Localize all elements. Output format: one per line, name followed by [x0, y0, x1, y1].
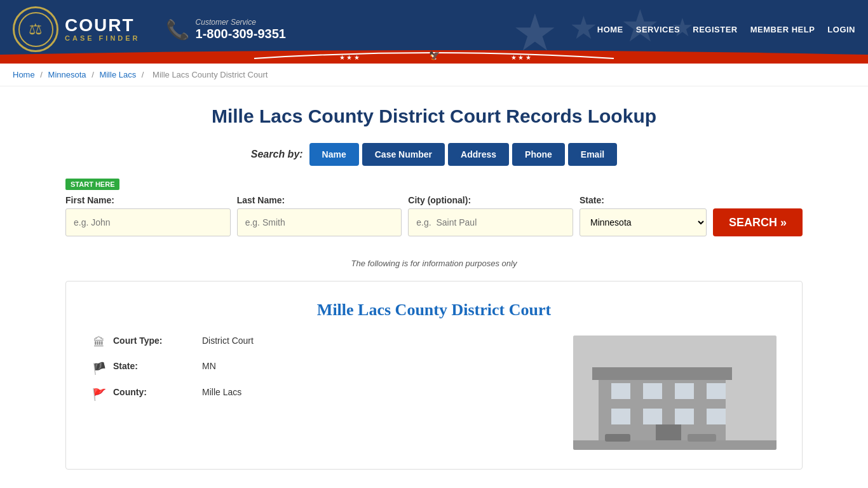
- cs-label: Customer Service: [196, 18, 286, 27]
- cs-phone: 1-800-309-9351: [196, 27, 286, 41]
- first-name-label: First Name:: [65, 195, 231, 205]
- state-row: 🏴 State: MN: [92, 361, 554, 376]
- svg-rect-10: [611, 409, 630, 424]
- court-building-image: [573, 336, 776, 450]
- svg-text:★ ★ ★: ★ ★ ★: [339, 54, 360, 61]
- logo-emblem: ⚖: [18, 12, 53, 47]
- svg-text:🦅: 🦅: [429, 50, 440, 61]
- building-sketch: [573, 336, 776, 450]
- nav-register[interactable]: REGISTER: [693, 25, 737, 34]
- state-label: State:: [580, 195, 707, 205]
- court-card: Mille Lacs County District Court 🏛 Court…: [65, 281, 803, 470]
- court-type-label: Court Type:: [113, 336, 196, 346]
- state-select[interactable]: Minnesota Alabama Alaska Arizona: [580, 208, 707, 236]
- page-title: Mille Lacs County District Court Records…: [65, 105, 803, 127]
- start-here-badge: START HERE: [65, 179, 803, 195]
- tab-name[interactable]: Name: [309, 143, 359, 166]
- svg-rect-7: [643, 383, 662, 399]
- county-icon: 🚩: [92, 388, 107, 402]
- court-type-value: District Court: [202, 336, 254, 346]
- court-card-title: Mille Lacs County District Court: [92, 301, 776, 320]
- state-label-detail: State:: [113, 361, 196, 371]
- nav-member-help[interactable]: MEMBER HELP: [750, 25, 815, 34]
- court-info-details: 🏛 Court Type: District Court 🏴 State: MN…: [92, 336, 554, 450]
- svg-rect-6: [611, 383, 630, 399]
- search-by-label: Search by:: [251, 149, 303, 160]
- last-name-input[interactable]: [237, 208, 402, 236]
- form-row: First Name: Last Name: City (optional): …: [65, 195, 803, 236]
- svg-rect-16: [605, 434, 630, 442]
- search-by-row: Search by: Name Case Number Address Phon…: [65, 143, 803, 166]
- state-value: MN: [202, 361, 216, 371]
- main-content: Mille Lacs County District Court Records…: [53, 93, 815, 482]
- search-button[interactable]: SEARCH »: [713, 208, 803, 236]
- svg-rect-5: [592, 367, 732, 380]
- nav-login[interactable]: LOGIN: [827, 25, 855, 34]
- info-note: The following is for information purpose…: [65, 259, 803, 268]
- svg-rect-8: [675, 383, 694, 399]
- breadcrumb-home[interactable]: Home: [13, 70, 35, 79]
- logo-case-finder-text: CASE FINDER: [65, 34, 140, 42]
- customer-service: 📞 Customer Service 1-800-309-9351: [166, 18, 286, 41]
- last-name-group: Last Name:: [237, 195, 402, 236]
- svg-rect-9: [707, 383, 726, 399]
- building-svg: [573, 336, 776, 450]
- court-type-icon: 🏛: [92, 336, 107, 349]
- cs-text: Customer Service 1-800-309-9351: [196, 18, 286, 41]
- svg-rect-13: [707, 409, 726, 424]
- breadcrumb-minnesota[interactable]: Minnesota: [48, 70, 86, 79]
- breadcrumb-current: Mille Lacs County District Court: [153, 70, 268, 79]
- city-label: City (optional):: [408, 195, 573, 205]
- city-input[interactable]: [408, 208, 573, 236]
- county-row: 🚩 County: Mille Lacs: [92, 387, 554, 402]
- state-icon: 🏴: [92, 362, 107, 376]
- court-info-layout: 🏛 Court Type: District Court 🏴 State: MN…: [92, 336, 776, 450]
- search-form-area: START HERE First Name: Last Name: City (…: [65, 175, 803, 249]
- nav-services[interactable]: SERVICES: [636, 25, 681, 34]
- breadcrumb: Home / Minnesota / Mille Lacs / Mille La…: [0, 64, 868, 86]
- svg-rect-11: [643, 409, 662, 424]
- last-name-label: Last Name:: [237, 195, 402, 205]
- first-name-input[interactable]: [65, 208, 231, 236]
- tab-email[interactable]: Email: [568, 143, 617, 166]
- logo-text: COURT CASE FINDER: [65, 17, 140, 42]
- header-divider: 🦅 ★ ★ ★ ★ ★ ★: [0, 58, 868, 64]
- svg-rect-17: [688, 434, 716, 442]
- state-group: State: Minnesota Alabama Alaska Arizona: [580, 195, 707, 236]
- breadcrumb-sep-3: /: [142, 70, 146, 79]
- tab-phone[interactable]: Phone: [512, 143, 565, 166]
- wave-svg: 🦅 ★ ★ ★ ★ ★ ★: [0, 46, 868, 64]
- tab-address[interactable]: Address: [448, 143, 509, 166]
- first-name-group: First Name:: [65, 195, 231, 236]
- wave-container: 🦅 ★ ★ ★ ★ ★ ★: [0, 46, 868, 64]
- breadcrumb-mille-lacs[interactable]: Mille Lacs: [99, 70, 136, 79]
- logo-court-text: COURT: [65, 17, 140, 34]
- county-label: County:: [113, 387, 196, 397]
- breadcrumb-sep-2: /: [92, 70, 96, 79]
- tab-case-number[interactable]: Case Number: [362, 143, 445, 166]
- svg-rect-15: [573, 440, 776, 450]
- nav-home[interactable]: HOME: [597, 25, 623, 34]
- city-group: City (optional):: [408, 195, 573, 236]
- breadcrumb-sep-1: /: [40, 70, 44, 79]
- phone-icon: 📞: [166, 18, 189, 41]
- svg-rect-12: [675, 409, 694, 424]
- court-type-row: 🏛 Court Type: District Court: [92, 336, 554, 349]
- main-nav: HOME SERVICES REGISTER MEMBER HELP LOGIN: [597, 25, 855, 34]
- svg-text:★ ★ ★: ★ ★ ★: [511, 54, 532, 61]
- county-value: Mille Lacs: [202, 387, 241, 397]
